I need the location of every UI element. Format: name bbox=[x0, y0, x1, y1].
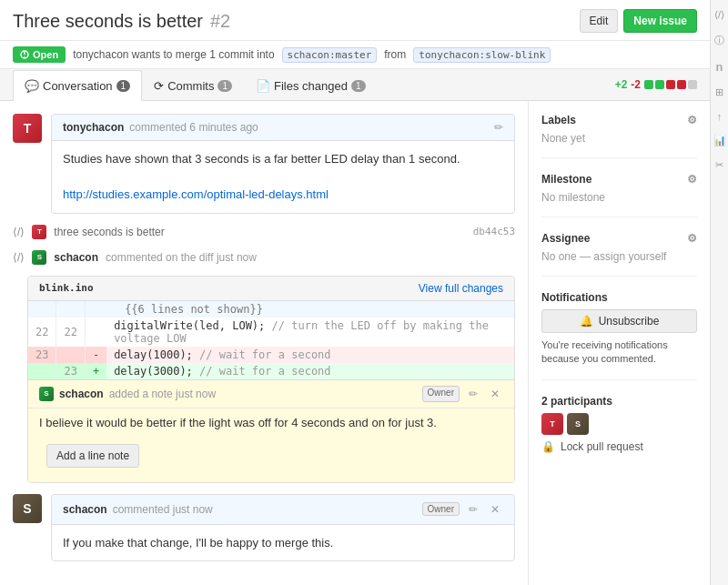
diff-comment-author: schacon bbox=[54, 251, 98, 264]
diff-box-4 bbox=[677, 80, 686, 89]
diff-context-line: 2222 digitalWrite(led, LOW); // turn the… bbox=[28, 318, 514, 347]
comment3-author: schacon bbox=[63, 503, 107, 516]
diff-expand-row: {{6 lines not shown}} bbox=[28, 301, 514, 318]
inline-note-close-button[interactable]: ✕ bbox=[487, 386, 503, 402]
diff-comment-icon: ⟨/⟩ bbox=[13, 251, 25, 264]
assignee-value: No one — assign yourself bbox=[541, 250, 697, 263]
comment3-owner-badge: Owner bbox=[422, 502, 460, 516]
view-full-changes-link[interactable]: View full changes bbox=[419, 282, 503, 295]
diff-add-line: 23+ delay(3000); // wait for a second bbox=[28, 363, 514, 379]
commits-icon: ⟳ bbox=[154, 79, 164, 93]
inline-note-owner-badge: Owner bbox=[422, 386, 460, 402]
conversation-icon: 💬 bbox=[25, 79, 39, 93]
inline-note-timestamp: added a note just now bbox=[109, 388, 216, 400]
edge-icon-6[interactable]: 📊 bbox=[713, 135, 726, 146]
comment1-body: Studies have shown that 3 seconds is a f… bbox=[63, 150, 503, 168]
inline-note-body-text: I believe it would be better if the ligh… bbox=[39, 416, 503, 429]
edge-icon-2[interactable]: ⓘ bbox=[714, 34, 724, 47]
pr-meta-description: tonychacon wants to merge 1 commit into bbox=[73, 48, 274, 61]
diff-deletions: -2 bbox=[631, 78, 641, 91]
tab-files-changed[interactable]: 📄 Files changed 1 bbox=[244, 70, 378, 101]
participants-title: 2 participants bbox=[541, 395, 612, 408]
edge-icon-7[interactable]: ✂ bbox=[715, 159, 723, 171]
comment1-edit-icon[interactable]: ✏ bbox=[494, 121, 503, 134]
labels-gear-icon[interactable]: ⚙ bbox=[687, 114, 697, 126]
files-changed-badge: 1 bbox=[351, 80, 366, 92]
edge-icon-5[interactable]: ↑ bbox=[717, 111, 723, 122]
comment3-timestamp: commented just now bbox=[113, 503, 213, 516]
open-badge: Open bbox=[13, 46, 66, 63]
inline-note-avatar: S bbox=[39, 387, 54, 401]
labels-value: None yet bbox=[541, 132, 697, 145]
files-icon: 📄 bbox=[256, 79, 270, 93]
notifications-title: Notifications bbox=[541, 291, 608, 304]
new-issue-button[interactable]: New issue bbox=[623, 9, 697, 33]
edge-icon-4[interactable]: ⊞ bbox=[715, 86, 723, 98]
commit-left-icon: ⟨/⟩ bbox=[13, 226, 25, 238]
labels-title: Labels bbox=[541, 114, 576, 126]
base-branch-tag: schacon:master bbox=[282, 47, 378, 63]
svg-point-2 bbox=[24, 55, 25, 56]
comment3-edit-button[interactable]: ✏ bbox=[465, 501, 481, 518]
edit-button[interactable]: Edit bbox=[580, 9, 619, 33]
commit-avatar-small: T bbox=[32, 225, 46, 239]
add-line-note-button[interactable]: Add a line note bbox=[46, 444, 139, 468]
diff-box-3 bbox=[666, 80, 675, 89]
lock-pull-request[interactable]: 🔒 Lock pull request bbox=[541, 440, 697, 453]
comment1-timestamp: commented 6 minutes ago bbox=[129, 121, 258, 134]
bell-icon: 🔔 bbox=[580, 315, 593, 328]
unsubscribe-button[interactable]: 🔔 Unsubscribe bbox=[541, 309, 697, 333]
inline-note-edit-button[interactable]: ✏ bbox=[465, 386, 481, 402]
pr-number: #2 bbox=[210, 11, 230, 32]
diff-box-1 bbox=[644, 80, 653, 89]
comment1-author: tonychacon bbox=[63, 121, 124, 134]
conversation-badge: 1 bbox=[116, 80, 131, 92]
comment3-close-button[interactable]: ✕ bbox=[487, 501, 503, 518]
avatar-schacon: S bbox=[13, 494, 42, 523]
assignee-gear-icon[interactable]: ⚙ bbox=[687, 232, 697, 245]
schacon-avatar-small: S bbox=[32, 250, 46, 265]
tab-commits[interactable]: ⟳ Commits 1 bbox=[142, 70, 244, 101]
milestone-gear-icon[interactable]: ⚙ bbox=[687, 173, 697, 186]
diff-remove-line: 23- delay(1000); // wait for a second bbox=[28, 347, 514, 363]
commit-sha: db44c53 bbox=[473, 226, 515, 237]
participant-2-avatar: S bbox=[567, 413, 589, 435]
commit-message: three seconds is better bbox=[54, 226, 164, 238]
diff-filename: blink.ino bbox=[39, 282, 94, 294]
from-text: from bbox=[384, 48, 406, 61]
milestone-title: Milestone bbox=[541, 173, 592, 186]
lock-icon: 🔒 bbox=[541, 440, 555, 453]
diff-box-2 bbox=[655, 80, 664, 89]
inline-note-author: schacon bbox=[59, 388, 104, 400]
edge-icon-3[interactable]: n bbox=[716, 60, 723, 74]
milestone-value: No milestone bbox=[541, 191, 697, 204]
diff-comment-timestamp: commented on the diff just now bbox=[106, 251, 257, 264]
tab-conversation[interactable]: 💬 Conversation 1 bbox=[13, 70, 142, 101]
diff-additions: +2 bbox=[615, 78, 628, 91]
edge-icon-1[interactable]: ⟨/⟩ bbox=[714, 9, 724, 21]
commits-badge: 1 bbox=[217, 80, 232, 92]
participant-1-avatar: T bbox=[541, 413, 563, 435]
assignee-title: Assignee bbox=[541, 232, 590, 245]
head-branch-tag: tonychacon:slow-blink bbox=[413, 47, 551, 63]
comment3-body: If you make that change, I'll be happy t… bbox=[63, 534, 503, 552]
avatar-tonychacon: T bbox=[13, 114, 42, 143]
notification-text: You're receiving notifications because y… bbox=[541, 338, 697, 367]
comment1-link[interactable]: http://studies.example.com/optimal-led-d… bbox=[63, 187, 329, 201]
pr-title: Three seconds is better bbox=[13, 11, 203, 32]
diff-box-5 bbox=[688, 80, 697, 89]
